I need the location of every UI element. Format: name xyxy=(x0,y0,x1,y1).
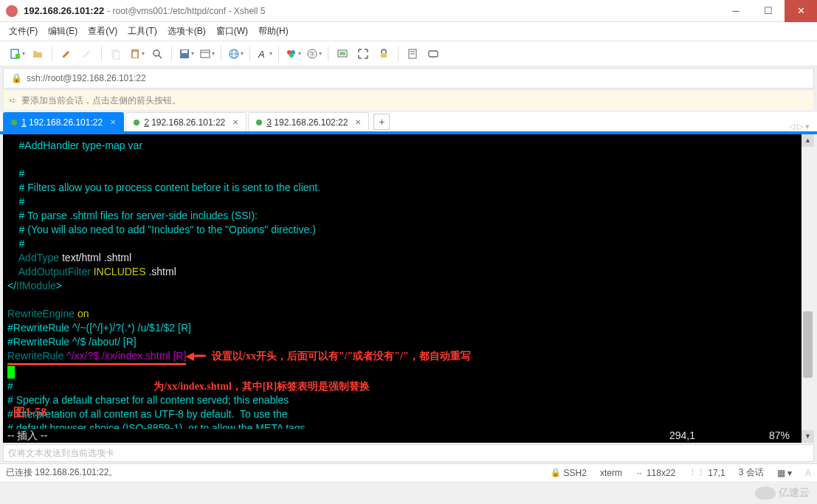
status-dot-icon xyxy=(134,120,139,125)
svg-rect-27 xyxy=(429,51,438,57)
menu-bar: 文件(F) 编辑(E) 查看(V) 工具(T) 选项卡(B) 窗口(W) 帮助(… xyxy=(0,22,817,41)
window-buttons: ─ ☐ ✕ xyxy=(720,0,817,22)
svg-text:A: A xyxy=(258,49,265,60)
compose-input[interactable]: 仅将文本发送到当前选项卡 xyxy=(3,444,814,462)
tab-nav-arrows[interactable]: ◁ ▷ ▾ xyxy=(789,122,814,131)
title-bar: 192.168.26.101:22 - root@vms001:/etc/htt… xyxy=(0,0,817,22)
svg-rect-3 xyxy=(114,52,120,59)
svg-rect-9 xyxy=(182,50,187,53)
vim-percent: 87% xyxy=(769,429,790,443)
tab-label: 192.168.26.102:22 xyxy=(274,117,348,128)
tab-2[interactable]: 2 192.168.26.101:22 ✕ xyxy=(125,112,247,131)
grid-icon[interactable]: ▦ ▾ xyxy=(777,468,792,478)
vim-mode: -- 插入 -- xyxy=(7,429,47,443)
figure-label: 图1-58 xyxy=(13,405,46,419)
ssh-status: 🔒SSH2 xyxy=(551,468,587,478)
hint-text: 要添加当前会话，点击左侧的箭头按钮。 xyxy=(21,94,181,107)
tab-number: 1 xyxy=(21,117,27,128)
lock-small-icon: 🔒 xyxy=(11,73,22,83)
svg-text:字: 字 xyxy=(309,51,315,58)
svg-line-7 xyxy=(159,55,162,58)
toolbar: A 字 xyxy=(0,41,817,66)
hint-arrow-icon[interactable]: ➪ xyxy=(10,95,17,106)
fullscreen-icon[interactable] xyxy=(354,44,373,63)
menu-help[interactable]: 帮助(H) xyxy=(258,25,289,38)
tab-3[interactable]: 3 192.168.26.102:22 ✕ xyxy=(248,112,369,131)
eraser-icon[interactable] xyxy=(77,44,97,63)
find-icon[interactable] xyxy=(148,44,167,63)
term-size: ↔118x22 xyxy=(635,468,675,478)
scroll-thumb[interactable] xyxy=(803,311,813,378)
maximize-button[interactable]: ☐ xyxy=(752,0,785,22)
annotation-line-2: 为/xx/index.shtml，其中[R]标签表明是强制替换 xyxy=(154,381,370,392)
svg-rect-23 xyxy=(381,53,387,58)
address-bar[interactable]: 🔒 ssh://root@192.168.26.101:22 xyxy=(3,68,814,89)
svg-point-6 xyxy=(154,50,159,56)
hint-bar: ➪ 要添加当前会话，点击左侧的箭头按钮。 xyxy=(3,90,814,111)
menu-window[interactable]: 窗口(W) xyxy=(216,25,248,38)
tab-number: 3 xyxy=(266,117,272,128)
edit-icon[interactable] xyxy=(57,44,76,63)
menu-tools[interactable]: 工具(T) xyxy=(128,25,156,38)
copy-icon[interactable] xyxy=(106,44,125,63)
term-type: xterm xyxy=(600,468,622,478)
watermark-text: 亿速云 xyxy=(779,486,810,500)
lock-small-icon: 🔒 xyxy=(551,468,561,477)
terminal-scrollbar[interactable]: ▲ ▼ xyxy=(802,134,814,443)
tab-close-icon[interactable]: ✕ xyxy=(355,118,361,126)
scroll-down-icon[interactable]: ▼ xyxy=(802,430,814,443)
save-icon[interactable] xyxy=(176,44,196,63)
tab-number: 2 xyxy=(144,117,149,128)
new-session-icon[interactable] xyxy=(7,44,27,63)
vim-position: 294,1 xyxy=(669,429,695,443)
minimize-button[interactable]: ─ xyxy=(720,0,752,22)
add-tab-button[interactable]: + xyxy=(373,114,390,130)
menu-view[interactable]: 查看(V) xyxy=(88,25,117,38)
paste-icon[interactable] xyxy=(127,44,146,63)
open-icon[interactable] xyxy=(28,44,47,63)
annotation-arrow-icon: ◀━━━ xyxy=(186,350,203,362)
svg-rect-1 xyxy=(15,54,20,58)
encoding-icon[interactable]: 字 xyxy=(304,44,323,63)
status-dot-icon xyxy=(11,120,17,125)
compose-icon[interactable] xyxy=(424,44,443,63)
cursor-pos: ⋮⋮17,1 xyxy=(689,468,725,478)
font-icon[interactable]: A xyxy=(255,44,274,63)
tab-1[interactable]: 1 192.168.26.101:22 ✕ xyxy=(3,112,124,131)
screen-icon[interactable] xyxy=(333,44,352,63)
color-icon[interactable] xyxy=(283,44,303,63)
svg-point-18 xyxy=(289,53,294,58)
tab-label: 192.168.26.101:22 xyxy=(151,117,225,128)
tab-close-icon[interactable]: ✕ xyxy=(232,118,238,126)
app-icon xyxy=(6,5,18,17)
resize-icon: ↔ xyxy=(635,469,644,477)
tab-label: 192.168.26.101:22 xyxy=(29,117,103,128)
tab-strip: 1 192.168.26.101:22 ✕ 2 192.168.26.101:2… xyxy=(0,112,817,134)
tab-close-icon[interactable]: ✕ xyxy=(110,118,116,126)
menu-edit[interactable]: 编辑(E) xyxy=(48,25,77,38)
window-title: 192.168.26.101:22 xyxy=(24,5,104,16)
close-button[interactable]: ✕ xyxy=(785,0,817,22)
svg-rect-10 xyxy=(201,50,210,58)
menu-tabs[interactable]: 选项卡(B) xyxy=(168,25,206,38)
annotation-line-1: 设置以/xx开头，后面可以有"/"或者没有"/"，都自动重写 xyxy=(212,351,471,362)
cap-lock-indicator: A xyxy=(805,468,811,478)
watermark: 亿速云 xyxy=(755,486,810,500)
scroll-up-icon[interactable]: ▲ xyxy=(802,134,814,147)
compose-placeholder: 仅将文本发送到当前选项卡 xyxy=(8,447,114,460)
history-icon[interactable] xyxy=(403,44,422,63)
properties-icon[interactable] xyxy=(197,44,216,63)
lock-icon[interactable] xyxy=(374,44,393,63)
terminal[interactable]: #AddHandler type-map var # # Filters all… xyxy=(3,134,814,443)
window-subtitle: - root@vms001:/etc/httpd/conf - Xshell 5 xyxy=(107,6,265,16)
cloud-icon xyxy=(755,486,776,500)
vim-status-line: -- 插入 -- 294,1 87% xyxy=(3,429,802,443)
connection-status: 已连接 192.168.26.101:22。 xyxy=(6,466,117,479)
cursor-icon: ⋮⋮ xyxy=(689,468,705,477)
svg-rect-22 xyxy=(339,52,345,55)
svg-rect-5 xyxy=(133,52,137,58)
globe-icon[interactable] xyxy=(226,44,245,63)
menu-file[interactable]: 文件(F) xyxy=(9,25,38,38)
status-dot-icon xyxy=(256,120,262,125)
status-bar: 已连接 192.168.26.101:22。 🔒SSH2 xterm ↔118x… xyxy=(0,463,817,481)
